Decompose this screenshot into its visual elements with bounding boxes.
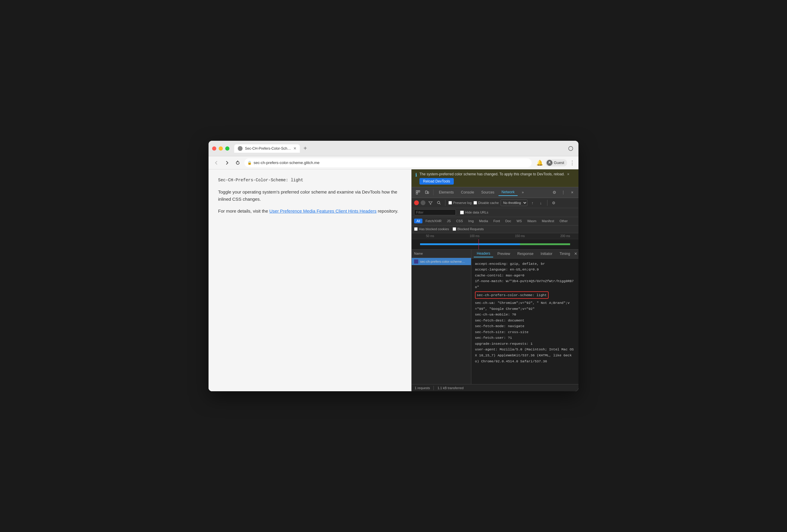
browser-tab[interactable]: Sec-CH-Prefers-Color-Schem… × (234, 144, 300, 153)
type-chip-doc[interactable]: Doc (503, 219, 514, 223)
header-row-user-agent: user-agent: Mozilla/5.0 (Macintosh; Inte… (475, 347, 575, 364)
tab-bar: Sec-CH-Prefers-Color-Schem… × + (234, 144, 575, 153)
type-chip-media[interactable]: Media (477, 219, 490, 223)
filter-toolbar: Hide data URLs (412, 208, 578, 217)
status-bar: 1 requests 1.1 kB transferred (412, 384, 578, 391)
type-chip-font[interactable]: Font (491, 219, 503, 223)
devtools-close-icon[interactable]: × (568, 189, 576, 196)
type-chip-other[interactable]: Other (557, 219, 570, 223)
file-name: sec-ch-prefers-color-scheme… (420, 260, 469, 263)
svg-point-1 (569, 147, 573, 151)
clear-button[interactable] (421, 200, 425, 205)
page-para2: For more details, visit the User Prefere… (218, 207, 402, 215)
throttle-select[interactable]: No throttling (501, 200, 528, 206)
hide-urls-label[interactable]: Hide data URLs (460, 210, 488, 215)
address-input[interactable]: 🔒 sec-ch-prefers-color-scheme.glitch.me (244, 158, 532, 167)
record-button[interactable] (414, 200, 419, 205)
network-toolbar: Preserve log Disable cache No throttling… (412, 198, 578, 208)
file-list-item[interactable]: sec-ch-prefers-color-scheme… (412, 258, 471, 265)
tick-100ms: 100 ms (470, 235, 480, 238)
blocked-cookies-checkbox[interactable] (414, 227, 418, 231)
bell-icon[interactable]: 🔔 (536, 159, 543, 166)
svg-rect-9 (415, 260, 417, 263)
disable-cache-label[interactable]: Disable cache (473, 201, 499, 204)
timeline-ruler: 50 ms 100 ms 150 ms 200 ms (412, 233, 578, 239)
download-icon-btn: ↓ (538, 200, 544, 206)
tab-elements[interactable]: Elements (436, 189, 457, 196)
timeline-ticks: 50 ms 100 ms 150 ms 200 ms (420, 235, 576, 238)
disable-cache-checkbox[interactable] (473, 201, 477, 204)
maximize-window-button[interactable] (225, 147, 229, 151)
title-bar: Sec-CH-Prefers-Color-Schem… × + (209, 141, 578, 156)
hide-urls-checkbox[interactable] (460, 210, 464, 215)
detail-tab-timing[interactable]: Timing (556, 250, 573, 257)
filter-input[interactable] (414, 209, 456, 215)
device-toolbar-icon[interactable] (423, 189, 431, 196)
tab-network[interactable]: Network (498, 189, 517, 196)
header-row-sec-fetch-site: sec-fetch-site: cross-site (475, 329, 575, 335)
tab-sources[interactable]: Sources (478, 189, 497, 196)
header-row-sec-ch-ua-mobile: sec-ch-ua-mobile: ?0 (475, 312, 575, 317)
preserve-log-checkbox[interactable] (448, 201, 452, 204)
download-icon (567, 144, 575, 153)
type-chip-css[interactable]: CSS (454, 219, 465, 223)
highlighted-header: sec-ch-prefers-color-scheme: light (475, 291, 549, 299)
guest-pill[interactable]: Guest (545, 159, 567, 167)
main-content: Sec-CH-Prefers-Color-Scheme: light Toggl… (209, 170, 578, 391)
net-divider2 (547, 200, 548, 206)
file-pane: Name sec-ch-prefers-color-scheme… (412, 250, 471, 384)
type-chip-wasm[interactable]: Wasm (525, 219, 539, 223)
element-picker-icon[interactable] (414, 189, 422, 196)
preserve-log-label[interactable]: Preserve log (448, 201, 472, 204)
net-divider (445, 200, 445, 206)
type-chip-fetchxhr[interactable]: Fetch/XHR (423, 219, 444, 223)
banner-close-icon[interactable]: × (567, 172, 570, 177)
detail-tab-response[interactable]: Response (514, 250, 536, 257)
tab-close-button[interactable]: × (294, 146, 296, 151)
detail-tab-headers[interactable]: Headers (474, 250, 493, 257)
type-filter-bar: All Fetch/XHR JS CSS Img Media Font Doc … (412, 217, 578, 225)
webpage: Sec-CH-Prefers-Color-Scheme: light Toggl… (209, 170, 411, 391)
back-button[interactable] (212, 159, 220, 167)
network-settings-icon[interactable]: ⚙ (550, 200, 557, 206)
blocked-cookies-label[interactable]: Has blocked cookies (414, 227, 449, 231)
detail-tab-preview[interactable]: Preview (494, 250, 513, 257)
type-chip-ws[interactable]: WS (514, 219, 524, 223)
svg-rect-5 (416, 193, 418, 194)
minimize-window-button[interactable] (219, 147, 223, 151)
close-window-button[interactable] (212, 147, 216, 151)
requests-count: 1 requests (415, 386, 430, 390)
blocked-requests-label[interactable]: Blocked Requests (452, 227, 484, 231)
type-chip-js[interactable]: JS (445, 219, 453, 223)
forward-button[interactable] (223, 159, 231, 167)
timeline-bar-blue (420, 243, 520, 245)
more-icon[interactable]: ⋮ (570, 159, 575, 166)
devtools-panel: ℹ The system-preferred color scheme has … (411, 170, 578, 391)
blocked-requests-checkbox[interactable] (452, 227, 456, 231)
devtools-settings-icon[interactable]: ⚙ (550, 189, 558, 196)
filter-icon[interactable] (427, 200, 434, 206)
type-chip-all[interactable]: All (414, 219, 422, 223)
reload-devtools-button[interactable]: Reload DevTools (420, 178, 454, 184)
details-pane: Headers Preview Response Initiator Timin… (471, 250, 578, 384)
details-close-icon[interactable]: × (574, 251, 577, 257)
status-divider (433, 386, 434, 390)
new-tab-button[interactable]: + (301, 144, 310, 153)
page-link[interactable]: User Preference Media Features Client Hi… (270, 208, 377, 214)
devtools-more-icon[interactable]: ⋮ (559, 189, 567, 196)
type-chip-img[interactable]: Img (466, 219, 476, 223)
header-row-cache-control: cache-control: max-age=0 (475, 272, 575, 279)
tab-console[interactable]: Console (458, 189, 477, 196)
check-toolbar: Has blocked cookies Blocked Requests (412, 225, 578, 233)
tab-more[interactable]: » (519, 189, 527, 196)
url-text: sec-ch-prefers-color-scheme.glitch.me (254, 160, 320, 165)
svg-rect-3 (416, 191, 418, 192)
refresh-button[interactable] (234, 159, 242, 167)
page-code-text: Sec-CH-Prefers-Color-Scheme: light (218, 178, 402, 182)
type-chip-manifest[interactable]: Manifest (539, 219, 557, 223)
detail-tab-initiator[interactable]: Initiator (538, 250, 555, 257)
header-row-upgrade-insecure: upgrade-insecure-requests: 1 (475, 341, 575, 347)
header-row-sec-ch-ua: sec-ch-ua: "Chromium";v="92", " Not A;Br… (475, 300, 575, 312)
avatar (547, 160, 553, 166)
search-icon[interactable] (435, 200, 442, 206)
